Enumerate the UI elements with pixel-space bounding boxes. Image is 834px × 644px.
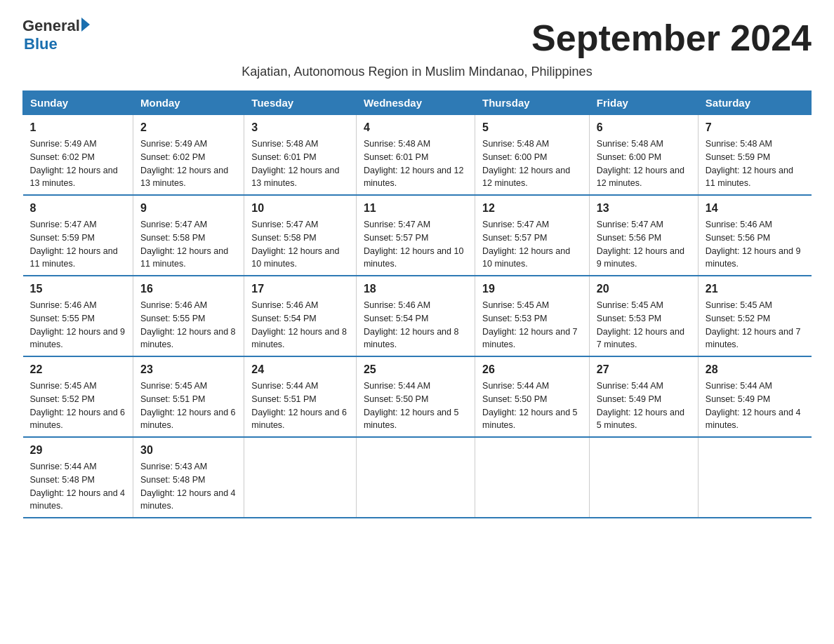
day-info: Sunrise: 5:44 AMSunset: 5:48 PMDaylight:… (30, 460, 126, 513)
calendar-week-5: 29 Sunrise: 5:44 AMSunset: 5:48 PMDaylig… (23, 437, 812, 518)
calendar-cell: 21 Sunrise: 5:45 AMSunset: 5:52 PMDaylig… (698, 276, 811, 356)
header: General Blue September 2024 (22, 17, 812, 59)
logo-triangle-icon (81, 18, 90, 32)
calendar-cell: 27 Sunrise: 5:44 AMSunset: 5:49 PMDaylig… (589, 356, 698, 437)
day-number: 12 (482, 200, 582, 217)
calendar-cell: 15 Sunrise: 5:46 AMSunset: 5:55 PMDaylig… (23, 276, 133, 356)
calendar-cell (589, 437, 698, 518)
day-info: Sunrise: 5:49 AMSunset: 6:02 PMDaylight:… (30, 137, 126, 190)
subtitle: Kajatian, Autonomous Region in Muslim Mi… (22, 65, 812, 79)
day-number: 3 (251, 119, 349, 136)
day-number: 19 (482, 281, 582, 297)
calendar-header: Sunday Monday Tuesday Wednesday Thursday… (23, 91, 812, 115)
calendar-cell: 20 Sunrise: 5:45 AMSunset: 5:53 PMDaylig… (589, 276, 698, 356)
calendar-cell: 13 Sunrise: 5:47 AMSunset: 5:56 PMDaylig… (589, 195, 698, 276)
day-number: 18 (364, 281, 468, 297)
day-number: 6 (597, 119, 691, 136)
day-number: 17 (251, 281, 349, 297)
day-info: Sunrise: 5:46 AMSunset: 5:54 PMDaylight:… (251, 299, 349, 351)
calendar-week-3: 15 Sunrise: 5:46 AMSunset: 5:55 PMDaylig… (23, 276, 812, 356)
day-info: Sunrise: 5:45 AMSunset: 5:52 PMDaylight:… (30, 380, 126, 432)
day-info: Sunrise: 5:47 AMSunset: 5:58 PMDaylight:… (251, 218, 349, 271)
day-info: Sunrise: 5:47 AMSunset: 5:58 PMDaylight:… (140, 218, 237, 271)
header-wednesday: Wednesday (356, 91, 475, 115)
day-number: 27 (597, 361, 691, 378)
day-info: Sunrise: 5:44 AMSunset: 5:50 PMDaylight:… (482, 380, 582, 432)
day-info: Sunrise: 5:48 AMSunset: 6:00 PMDaylight:… (482, 137, 582, 190)
calendar-cell: 23 Sunrise: 5:45 AMSunset: 5:51 PMDaylig… (133, 356, 244, 437)
calendar-cell: 30 Sunrise: 5:43 AMSunset: 5:48 PMDaylig… (133, 437, 244, 518)
calendar-cell: 22 Sunrise: 5:45 AMSunset: 5:52 PMDaylig… (23, 356, 133, 437)
day-info: Sunrise: 5:48 AMSunset: 6:01 PMDaylight:… (364, 137, 468, 190)
calendar-cell (475, 437, 590, 518)
day-number: 9 (140, 200, 237, 217)
calendar-cell: 7 Sunrise: 5:48 AMSunset: 5:59 PMDayligh… (698, 115, 811, 196)
day-info: Sunrise: 5:43 AMSunset: 5:48 PMDaylight:… (140, 460, 237, 513)
day-info: Sunrise: 5:45 AMSunset: 5:53 PMDaylight:… (482, 299, 582, 351)
day-number: 4 (364, 119, 468, 136)
calendar-cell: 3 Sunrise: 5:48 AMSunset: 6:01 PMDayligh… (244, 115, 357, 196)
calendar-body: 1 Sunrise: 5:49 AMSunset: 6:02 PMDayligh… (23, 115, 812, 518)
calendar-cell: 12 Sunrise: 5:47 AMSunset: 5:57 PMDaylig… (475, 195, 590, 276)
day-number: 21 (706, 281, 805, 297)
day-info: Sunrise: 5:47 AMSunset: 5:57 PMDaylight:… (482, 218, 582, 271)
day-number: 11 (364, 200, 468, 217)
calendar-cell: 17 Sunrise: 5:46 AMSunset: 5:54 PMDaylig… (244, 276, 357, 356)
calendar-cell: 14 Sunrise: 5:46 AMSunset: 5:56 PMDaylig… (698, 195, 811, 276)
day-number: 20 (597, 281, 691, 297)
day-number: 23 (140, 361, 237, 378)
calendar-cell: 16 Sunrise: 5:46 AMSunset: 5:55 PMDaylig… (133, 276, 244, 356)
day-info: Sunrise: 5:46 AMSunset: 5:55 PMDaylight:… (30, 299, 126, 351)
day-info: Sunrise: 5:48 AMSunset: 6:00 PMDaylight:… (597, 137, 691, 190)
day-number: 24 (251, 361, 349, 378)
day-number: 5 (482, 119, 582, 136)
logo-general: General (22, 17, 80, 35)
day-number: 15 (30, 281, 126, 297)
calendar-cell: 1 Sunrise: 5:49 AMSunset: 6:02 PMDayligh… (23, 115, 133, 196)
calendar-cell: 2 Sunrise: 5:49 AMSunset: 6:02 PMDayligh… (133, 115, 244, 196)
calendar-week-4: 22 Sunrise: 5:45 AMSunset: 5:52 PMDaylig… (23, 356, 812, 437)
day-number: 2 (140, 119, 237, 136)
day-info: Sunrise: 5:47 AMSunset: 5:57 PMDaylight:… (364, 218, 468, 271)
day-number: 30 (140, 442, 237, 459)
calendar-cell: 10 Sunrise: 5:47 AMSunset: 5:58 PMDaylig… (244, 195, 357, 276)
calendar-cell: 25 Sunrise: 5:44 AMSunset: 5:50 PMDaylig… (356, 356, 475, 437)
calendar-cell (356, 437, 475, 518)
header-saturday: Saturday (698, 91, 811, 115)
day-info: Sunrise: 5:45 AMSunset: 5:52 PMDaylight:… (706, 299, 805, 351)
calendar-cell: 8 Sunrise: 5:47 AMSunset: 5:59 PMDayligh… (23, 195, 133, 276)
header-tuesday: Tuesday (244, 91, 357, 115)
calendar-cell: 24 Sunrise: 5:44 AMSunset: 5:51 PMDaylig… (244, 356, 357, 437)
day-number: 28 (706, 361, 805, 378)
page-title: September 2024 (531, 17, 812, 59)
day-info: Sunrise: 5:44 AMSunset: 5:49 PMDaylight:… (706, 380, 805, 432)
calendar-table: Sunday Monday Tuesday Wednesday Thursday… (22, 90, 812, 518)
calendar-week-2: 8 Sunrise: 5:47 AMSunset: 5:59 PMDayligh… (23, 195, 812, 276)
calendar-cell: 9 Sunrise: 5:47 AMSunset: 5:58 PMDayligh… (133, 195, 244, 276)
header-sunday: Sunday (23, 91, 133, 115)
calendar-cell: 11 Sunrise: 5:47 AMSunset: 5:57 PMDaylig… (356, 195, 475, 276)
day-info: Sunrise: 5:45 AMSunset: 5:51 PMDaylight:… (140, 380, 237, 432)
day-number: 8 (30, 200, 126, 217)
calendar-cell: 26 Sunrise: 5:44 AMSunset: 5:50 PMDaylig… (475, 356, 590, 437)
calendar-cell (244, 437, 357, 518)
day-number: 1 (30, 119, 126, 136)
day-number: 10 (251, 200, 349, 217)
calendar-week-1: 1 Sunrise: 5:49 AMSunset: 6:02 PMDayligh… (23, 115, 812, 196)
day-number: 14 (706, 200, 805, 217)
logo: General Blue (22, 17, 90, 53)
day-info: Sunrise: 5:44 AMSunset: 5:51 PMDaylight:… (251, 380, 349, 432)
day-number: 16 (140, 281, 237, 297)
day-number: 26 (482, 361, 582, 378)
day-number: 13 (597, 200, 691, 217)
calendar-cell: 4 Sunrise: 5:48 AMSunset: 6:01 PMDayligh… (356, 115, 475, 196)
day-info: Sunrise: 5:44 AMSunset: 5:49 PMDaylight:… (597, 380, 691, 432)
calendar-cell: 28 Sunrise: 5:44 AMSunset: 5:49 PMDaylig… (698, 356, 811, 437)
calendar-cell: 29 Sunrise: 5:44 AMSunset: 5:48 PMDaylig… (23, 437, 133, 518)
calendar-cell: 5 Sunrise: 5:48 AMSunset: 6:00 PMDayligh… (475, 115, 590, 196)
day-number: 22 (30, 361, 126, 378)
calendar-cell: 6 Sunrise: 5:48 AMSunset: 6:00 PMDayligh… (589, 115, 698, 196)
day-info: Sunrise: 5:45 AMSunset: 5:53 PMDaylight:… (597, 299, 691, 351)
day-info: Sunrise: 5:46 AMSunset: 5:55 PMDaylight:… (140, 299, 237, 351)
header-row: Sunday Monday Tuesday Wednesday Thursday… (23, 91, 812, 115)
